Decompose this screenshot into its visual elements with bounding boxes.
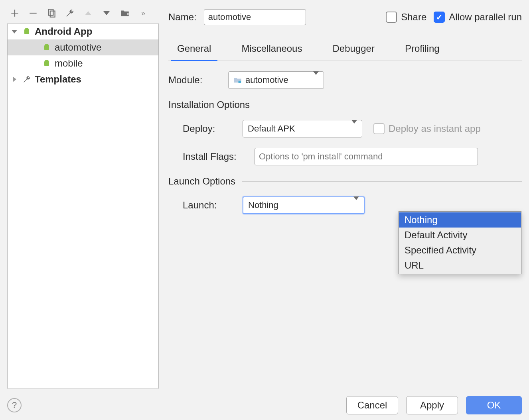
checkbox-label: Share — [401, 12, 426, 23]
tab-profiling[interactable]: Profiling — [399, 39, 446, 61]
tree-item-mobile[interactable]: mobile — [8, 55, 158, 71]
chevron-down-icon — [353, 200, 359, 210]
tree-label: Android App — [35, 26, 92, 37]
config-tree: Android App automotive mobile — [7, 23, 159, 389]
ok-button[interactable]: OK — [466, 396, 522, 414]
tree-label: mobile — [55, 58, 83, 69]
divider — [256, 105, 522, 105]
help-button[interactable]: ? — [7, 398, 22, 412]
checkbox-icon — [373, 123, 385, 134]
more-icon[interactable]: » — [138, 8, 148, 18]
android-icon — [42, 43, 51, 52]
android-icon — [22, 27, 32, 36]
folder-add-icon[interactable] — [120, 8, 130, 18]
checkbox-label: Allow parallel run — [449, 12, 522, 23]
deploy-label: Deploy: — [183, 123, 243, 134]
tree-item-automotive[interactable]: automotive — [8, 39, 158, 55]
install-flags-label: Install Flags: — [183, 151, 255, 162]
cancel-button[interactable]: Cancel — [346, 396, 398, 414]
checkbox-icon — [386, 12, 397, 23]
dialog-footer: ? Cancel Apply OK — [7, 389, 522, 414]
deploy-instant-checkbox: Deploy as instant app — [373, 123, 481, 134]
folder-icon — [233, 77, 242, 84]
copy-icon[interactable] — [46, 8, 57, 18]
config-toolbar: » — [7, 7, 159, 23]
deploy-select[interactable]: Default APK — [243, 120, 362, 137]
launch-dropdown: Nothing Default Activity Specified Activ… — [399, 211, 521, 274]
apply-button[interactable]: Apply — [406, 396, 458, 414]
svg-rect-0 — [30, 13, 36, 14]
section-launch-title: Launch Options — [168, 176, 235, 187]
remove-icon[interactable] — [28, 8, 38, 18]
tree-group-templates[interactable]: Templates — [8, 71, 158, 87]
move-up-icon — [83, 8, 93, 18]
expand-icon[interactable] — [10, 77, 19, 82]
move-down-icon[interactable] — [101, 8, 112, 18]
install-flags-input[interactable] — [255, 148, 478, 165]
divider — [242, 181, 522, 182]
deploy-value: Default APK — [248, 124, 295, 134]
checkbox-icon — [434, 12, 445, 23]
tab-miscellaneous[interactable]: Miscellaneous — [235, 39, 308, 61]
share-checkbox[interactable]: Share — [386, 12, 426, 23]
section-install-title: Installation Options — [168, 99, 250, 110]
svg-rect-2 — [50, 11, 55, 17]
tree-label: Templates — [35, 74, 81, 85]
name-input[interactable] — [204, 9, 306, 25]
add-icon[interactable] — [10, 8, 20, 18]
tab-general[interactable]: General — [171, 39, 217, 61]
tree-label: automotive — [55, 42, 101, 53]
wrench-icon — [22, 75, 32, 84]
chevron-down-icon — [351, 124, 357, 134]
launch-option-default-activity[interactable]: Default Activity — [399, 228, 521, 243]
chevron-down-icon — [313, 75, 319, 85]
expand-icon[interactable] — [10, 30, 19, 33]
module-label: Module: — [168, 75, 228, 86]
launch-option-url[interactable]: URL — [399, 258, 521, 273]
launch-option-nothing[interactable]: Nothing — [399, 212, 521, 228]
svg-rect-3 — [239, 81, 241, 83]
tree-group-android-app[interactable]: Android App — [8, 24, 158, 39]
tab-bar: General Miscellaneous Debugger Profiling — [168, 39, 522, 61]
svg-rect-1 — [48, 9, 53, 15]
launch-value: Nothing — [248, 200, 278, 210]
android-icon — [42, 59, 51, 68]
module-select[interactable]: automotive — [228, 71, 324, 89]
launch-label: Launch: — [183, 200, 243, 211]
wrench-icon[interactable] — [65, 8, 75, 18]
tab-debugger[interactable]: Debugger — [326, 39, 381, 61]
checkbox-label: Deploy as instant app — [389, 123, 481, 134]
name-label: Name: — [168, 12, 197, 23]
module-value: automotive — [245, 75, 288, 85]
allow-parallel-checkbox[interactable]: Allow parallel run — [434, 12, 522, 23]
launch-select[interactable]: Nothing — [243, 196, 365, 214]
launch-option-specified-activity[interactable]: Specified Activity — [399, 243, 521, 258]
